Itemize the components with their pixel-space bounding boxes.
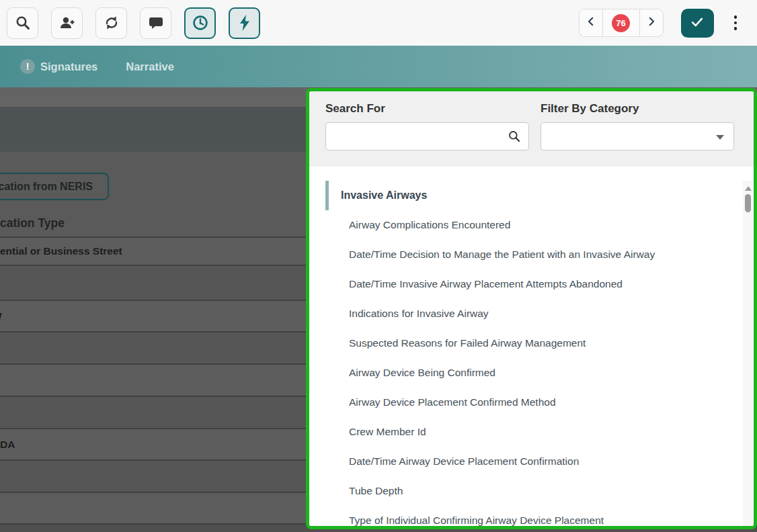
- kebab-menu-icon: [734, 15, 738, 19]
- search-button[interactable]: [7, 7, 38, 39]
- panel-scrollbar: [743, 181, 753, 529]
- search-field-group: Search For: [325, 102, 529, 167]
- alert-icon: !: [20, 59, 35, 74]
- section-nav-bar: ! Signatures Narrative: [0, 46, 757, 87]
- confirm-button[interactable]: [681, 9, 714, 38]
- field-list: Invasive Airways Airway Complications En…: [309, 181, 754, 529]
- chevron-down-icon: [716, 135, 724, 140]
- panel-filter-header: Search For Filter By Category: [309, 91, 754, 167]
- list-item[interactable]: Crew Member Id: [309, 417, 754, 447]
- validation-pager: 76: [579, 9, 664, 37]
- previous-issue-button[interactable]: [579, 9, 602, 37]
- tab-narrative-label: Narrative: [126, 60, 174, 73]
- history-clock-icon: [192, 14, 209, 32]
- filter-by-category-label: Filter By Category: [541, 102, 734, 116]
- history-button[interactable]: [184, 7, 216, 39]
- app-window: 76 ! Signatures N: [0, 0, 757, 532]
- list-item[interactable]: Airway Device Being Confirmed: [309, 358, 754, 388]
- list-item[interactable]: Indications for Invasive Airway: [309, 299, 754, 328]
- group-title: Invasive Airways: [341, 189, 427, 202]
- search-for-label: Search For: [325, 102, 529, 116]
- group-accent-bar: [325, 181, 329, 210]
- list-item[interactable]: Airway Complications Encountered: [309, 210, 754, 240]
- tab-narrative[interactable]: Narrative: [126, 60, 174, 73]
- list-item[interactable]: Tube Depth: [309, 476, 754, 506]
- chevron-right-icon: [645, 15, 658, 30]
- validation-count-segment: 76: [602, 9, 640, 37]
- list-item[interactable]: Date/Time Decision to Manage the Patient…: [309, 240, 754, 269]
- top-toolbar: 76: [0, 0, 757, 46]
- sync-icon: [104, 15, 120, 31]
- quick-actions-button[interactable]: [229, 7, 260, 39]
- search-input[interactable]: [325, 122, 529, 150]
- add-person-icon: [58, 15, 76, 31]
- category-field-group: Filter By Category: [541, 102, 734, 167]
- category-select[interactable]: [541, 122, 734, 150]
- validation-count-badge: 76: [612, 14, 630, 32]
- chat-button[interactable]: [140, 7, 171, 39]
- list-item[interactable]: Type of Individual Confirming Airway Dev…: [309, 506, 754, 529]
- field-group-header: Invasive Airways: [309, 181, 754, 210]
- add-person-button[interactable]: [51, 7, 83, 39]
- checkmark-icon: [689, 15, 705, 32]
- location-from-neris-button: Location from NERIS: [0, 173, 109, 200]
- location-type-heading: cation Type: [0, 216, 65, 230]
- tab-signatures-label: Signatures: [40, 60, 97, 73]
- toolbar-left-group: [0, 7, 260, 39]
- search-icon: [15, 15, 31, 31]
- toolbar-right-group: 76: [579, 9, 757, 38]
- list-item[interactable]: Date/Time Invasive Airway Placement Atte…: [309, 269, 754, 299]
- list-item[interactable]: Suspected Reasons for Failed Airway Mana…: [309, 328, 754, 358]
- tab-signatures[interactable]: ! Signatures: [20, 59, 97, 74]
- next-issue-button[interactable]: [640, 9, 664, 37]
- add-field-panel: Search For Filter By Category In: [306, 88, 757, 529]
- list-item[interactable]: Airway Device Placement Confirmed Method: [309, 388, 754, 417]
- overflow-menu-button[interactable]: [731, 13, 740, 33]
- scrollbar-thumb[interactable]: [745, 194, 751, 212]
- chat-icon: [148, 15, 164, 31]
- chevron-left-icon: [585, 15, 597, 30]
- scroll-up-arrow-icon[interactable]: [745, 186, 752, 191]
- sync-button[interactable]: [95, 7, 127, 39]
- search-input-wrap: [325, 122, 529, 150]
- quick-actions-bolt-icon: [237, 14, 253, 32]
- list-item[interactable]: Date/Time Airway Device Placement Confir…: [309, 447, 754, 476]
